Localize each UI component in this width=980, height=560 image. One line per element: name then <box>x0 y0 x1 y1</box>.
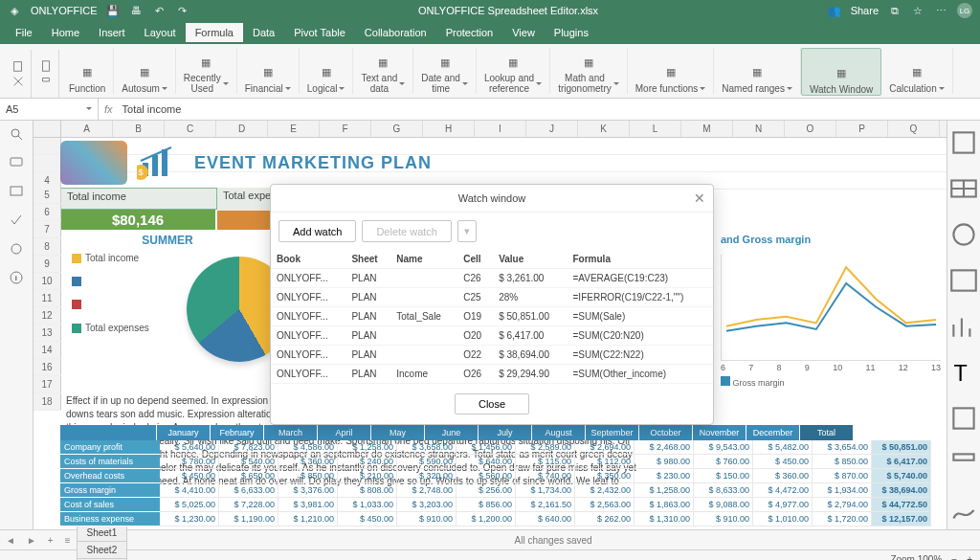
tab-next-icon[interactable]: ► <box>21 535 42 546</box>
total-income-label: Total income <box>60 188 217 210</box>
menu-view[interactable]: View <box>502 23 545 42</box>
format-painter-icon[interactable] <box>39 75 53 88</box>
menu-insert[interactable]: Insert <box>89 23 135 42</box>
col-D[interactable]: D <box>216 121 268 137</box>
star-icon[interactable]: ☆ <box>911 4 924 17</box>
toolbar-financial[interactable]: ▦Financial <box>237 48 300 94</box>
col-P[interactable]: P <box>836 121 888 137</box>
shape-settings-icon[interactable] <box>947 218 980 251</box>
menu-formula[interactable]: Formula <box>186 23 243 42</box>
watch-row[interactable]: ONLYOFF...PLANO20$ 6,417.00=SUM(C20:N20) <box>271 326 713 346</box>
menu-file[interactable]: File <box>6 23 42 42</box>
watch-row[interactable]: ONLYOFF...PLANO22$ 38,694.00=SUM(C22:N22… <box>271 346 713 365</box>
sheet-list-icon[interactable]: ≡ <box>59 535 77 546</box>
cut-icon[interactable] <box>11 75 25 88</box>
toolbar-date-and-time[interactable]: ▦Date andtime <box>413 48 477 94</box>
zoom-label[interactable]: Zoom 100% <box>890 554 942 561</box>
about-icon[interactable]: i <box>9 270 24 285</box>
watch-row[interactable]: ONLYOFF...PLANC26$ 3,261.00=AVERAGE(C19:… <box>271 269 713 288</box>
menu-home[interactable]: Home <box>42 23 89 42</box>
zoom-in-icon[interactable]: + <box>967 554 972 561</box>
menu-pivot-table[interactable]: Pivot Table <box>284 23 355 42</box>
table-row[interactable]: Business expense$ 1,230.00$ 1,190.00$ 1,… <box>60 512 931 526</box>
table-row[interactable]: Company profit$ 5,640.00$ 7,823.00$ 4,58… <box>60 440 931 455</box>
col-G[interactable]: G <box>371 121 423 137</box>
feedback-icon[interactable] <box>9 241 24 257</box>
redo-icon[interactable]: ↷ <box>175 4 189 17</box>
col-L[interactable]: L <box>630 121 681 137</box>
table-row[interactable]: Cost of sales$ 5,025.00$ 7,228.00$ 3,981… <box>60 498 931 512</box>
menu-layout[interactable]: Layout <box>135 23 186 42</box>
text-settings-icon[interactable]: T <box>947 356 980 389</box>
toolbar-watch-window[interactable]: ▦Watch Window <box>801 48 881 96</box>
toolbar-autosum[interactable]: ▦Autosum <box>114 48 175 94</box>
toolbar-named-ranges[interactable]: ▦Named ranges <box>714 48 801 94</box>
menu-data[interactable]: Data <box>243 23 284 42</box>
cell-settings-icon[interactable] <box>947 126 980 159</box>
col-H[interactable]: H <box>423 121 475 137</box>
table-settings-icon[interactable] <box>947 172 980 205</box>
col-N[interactable]: N <box>733 121 785 137</box>
watch-row[interactable]: ONLYOFF...PLANTotal_SaleO19$ 50,851.00=S… <box>271 307 713 326</box>
month-header: March <box>264 425 318 440</box>
save-icon[interactable]: 💾 <box>106 4 120 17</box>
sheet-tab-sheet2[interactable]: Sheet2 <box>77 541 128 558</box>
col-K[interactable]: K <box>578 121 630 137</box>
add-sheet-icon[interactable]: + <box>42 535 59 546</box>
close-icon[interactable]: ✕ <box>694 190 705 206</box>
close-button[interactable]: Close <box>455 393 529 414</box>
col-I[interactable]: I <box>475 121 526 137</box>
copy-icon[interactable] <box>11 59 25 73</box>
more-icon[interactable]: ⋯ <box>934 4 947 17</box>
watch-row[interactable]: ONLYOFF...PLANIncomeO26$ 29,294.90=SUM(O… <box>271 365 713 384</box>
pivot-settings-icon[interactable] <box>947 402 980 435</box>
name-box[interactable]: A5 <box>0 99 99 120</box>
image-settings-icon[interactable] <box>947 264 980 297</box>
signature-icon[interactable] <box>947 494 980 526</box>
share-button[interactable]: Share <box>851 5 879 16</box>
comments-icon[interactable] <box>9 155 24 170</box>
undo-icon[interactable]: ↶ <box>152 4 166 17</box>
zoom-out-icon[interactable]: − <box>951 554 957 561</box>
formula-input[interactable]: Total income <box>119 103 980 115</box>
col-E[interactable]: E <box>268 121 320 137</box>
chat-icon[interactable] <box>9 184 24 199</box>
fx-icon[interactable]: fx <box>99 103 119 115</box>
col-O[interactable]: O <box>785 121 836 137</box>
print-icon[interactable]: 🖶 <box>129 4 143 17</box>
share-user-icon[interactable]: 👥 <box>828 4 841 17</box>
table-row[interactable]: Overhead costs$ 450.00$ 650.00$ 850.00$ … <box>60 469 931 483</box>
toolbar-text-and-data[interactable]: ▦Text anddata <box>353 48 413 94</box>
toolbar-logical[interactable]: ▦Logical <box>300 48 354 94</box>
menu-collaboration[interactable]: Collaboration <box>355 23 436 42</box>
col-B[interactable]: B <box>113 121 165 137</box>
menu-plugins[interactable]: Plugins <box>545 23 598 42</box>
toolbar-more-functions[interactable]: ▦More functions <box>628 48 715 94</box>
chart-settings-icon[interactable] <box>947 310 980 343</box>
open-location-icon[interactable]: ⧉ <box>888 4 902 17</box>
toolbar-recently-used[interactable]: ▦RecentlyUsed <box>176 48 237 94</box>
col-F[interactable]: F <box>320 121 371 137</box>
add-watch-button[interactable]: Add watch <box>278 220 356 242</box>
spellcheck-icon[interactable] <box>9 213 24 228</box>
toolbar-math-and-trigonometry[interactable]: ▦Math andtrigonometry <box>550 48 628 94</box>
menu-protection[interactable]: Protection <box>436 23 503 42</box>
toolbar-function[interactable]: ▦Function <box>61 48 114 94</box>
paste-icon[interactable] <box>39 59 53 73</box>
watch-row[interactable]: ONLYOFF...PLANC2528%=IFERROR(C19/C22-1,"… <box>271 288 713 307</box>
table-row[interactable]: Gross margin$ 4,410.00$ 6,633.00$ 3,376.… <box>60 483 931 498</box>
search-icon[interactable] <box>9 126 24 142</box>
slicer-settings-icon[interactable] <box>947 448 980 481</box>
month-header: July <box>479 425 532 440</box>
col-A[interactable]: A <box>61 121 113 137</box>
tab-prev-icon[interactable]: ◄ <box>0 535 21 546</box>
toolbar-lookup-and-reference[interactable]: ▦Lookup andreference <box>477 48 550 94</box>
svg-rect-13 <box>953 132 973 152</box>
col-J[interactable]: J <box>526 121 578 137</box>
col-M[interactable]: M <box>681 121 733 137</box>
toolbar-calculation[interactable]: ▦Calculation <box>881 48 952 94</box>
table-row[interactable]: Costs of materials$ 780.00$ 540.00$ 360.… <box>60 455 931 469</box>
col-Q[interactable]: Q <box>888 121 940 137</box>
user-avatar[interactable]: LG <box>957 3 972 18</box>
col-C[interactable]: C <box>165 121 216 137</box>
